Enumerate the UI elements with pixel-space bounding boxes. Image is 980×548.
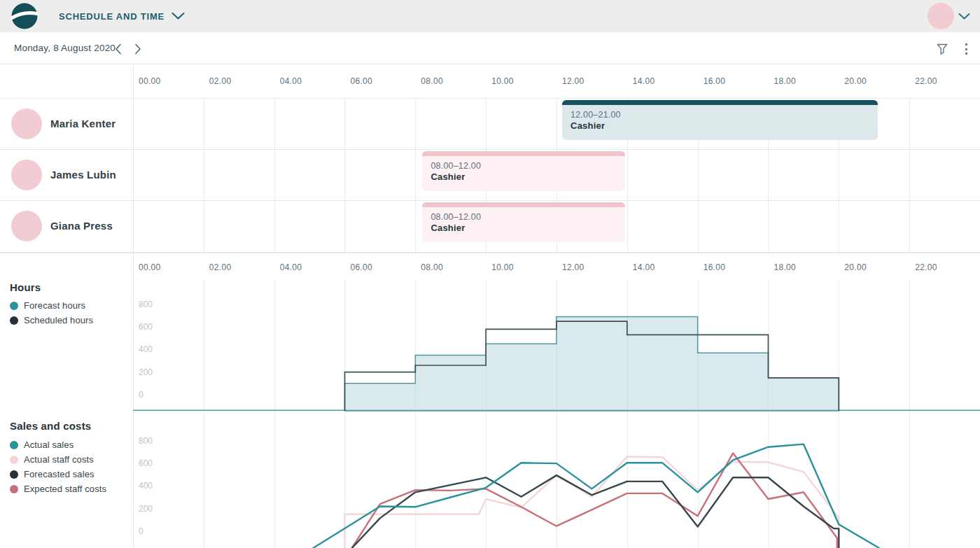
legend-item: Actual staff costs (10, 454, 94, 465)
time-tick-label: 04.00 (280, 262, 302, 272)
time-tick-label: 06.00 (351, 76, 373, 86)
shift-block[interactable]: 08.00–12.00Cashier (422, 151, 625, 191)
more-options-button[interactable] (958, 41, 974, 57)
time-tick-label: 00.00 (139, 76, 161, 86)
top-bar: SCHEDULE AND TIME (0, 0, 980, 32)
time-tick-label: 12.00 (562, 76, 584, 86)
current-date-label: Monday, 8 August 2020 (14, 43, 115, 53)
shift-color-bar (562, 100, 878, 105)
y-axis-label: 600 (139, 322, 153, 332)
time-tick-label: 02.00 (209, 76, 232, 86)
employee-row: Giana Press08.00–12.00Cashier (0, 201, 980, 253)
time-tick-label: 16.00 (704, 76, 726, 86)
y-axis-label: 400 (139, 344, 153, 354)
time-tick-label: 10.00 (491, 76, 514, 86)
y-axis-label: 400 (139, 481, 153, 491)
y-axis-label: 200 (139, 367, 153, 377)
time-tick-label: 20.00 (844, 76, 867, 86)
legend-label: Scheduled hours (24, 315, 93, 325)
legend-dot (10, 485, 18, 493)
shift-time-label: 12.00–21.00 (570, 110, 878, 120)
time-tick-label: 04.00 (280, 76, 302, 86)
charts-time-axis: 00.0002.0004.0006.0008.0010.0012.0014.00… (0, 253, 980, 280)
app-menu-label: SCHEDULE AND TIME (59, 11, 164, 22)
time-tick-label: 16.00 (704, 262, 726, 272)
chevron-down-icon (172, 10, 185, 22)
shift-color-bar (422, 151, 625, 156)
time-tick-label: 18.00 (774, 262, 797, 272)
app-window: SCHEDULE AND TIME Monday, 8 August 2020 (0, 0, 980, 548)
time-tick-label: 20.00 (844, 262, 867, 272)
legend-label: Forecasted sales (24, 469, 94, 479)
employee-avatar (11, 211, 42, 241)
employee-avatar (11, 108, 42, 139)
previous-day-button[interactable] (111, 41, 126, 57)
hours-section-title: Hours (10, 281, 41, 293)
kebab-icon (965, 43, 967, 56)
time-tick-label: 02.00 (209, 262, 232, 272)
y-axis-label: 600 (139, 458, 153, 468)
employee-name: James Lubin (50, 169, 116, 181)
shift-role-label: Cashier (570, 120, 878, 131)
shift-role-label: Cashier (430, 223, 625, 233)
legend-item: Actual sales (10, 440, 74, 450)
time-tick-label: 10.00 (491, 262, 514, 272)
next-day-button[interactable] (130, 41, 146, 57)
actual-staff-costs-line (345, 456, 839, 548)
shift-time-label: 08.00–12.00 (430, 161, 625, 171)
time-tick-label: 00.00 (139, 262, 161, 272)
user-menu[interactable] (927, 0, 970, 32)
schedule-time-axis: 00.0002.0004.0006.0008.0010.0012.0014.00… (0, 64, 980, 98)
time-tick-label: 08.00 (421, 76, 443, 86)
employee-row: Maria Kenter12.00–21.00Cashier (0, 98, 980, 150)
y-axis-label: 0 (139, 526, 144, 536)
time-tick-label: 22.00 (915, 262, 937, 272)
time-tick-label: 14.00 (633, 76, 655, 86)
employee-name: Maria Kenter (50, 118, 115, 129)
user-avatar (927, 3, 954, 29)
hours-chart: 8006004002000 (133, 280, 980, 413)
expected-staff-costs-line (352, 454, 837, 548)
legend-item: Forecasted sales (10, 469, 94, 479)
time-tick-label: 08.00 (421, 262, 443, 272)
legend-label: Actual sales (24, 440, 74, 450)
legend-dot (10, 470, 18, 479)
shift-block[interactable]: 08.00–12.00Cashier (422, 202, 625, 242)
app-menu-dropdown[interactable]: SCHEDULE AND TIME (59, 0, 185, 32)
time-tick-label: 06.00 (351, 262, 373, 272)
legend-dot (10, 316, 18, 325)
shift-time-label: 08.00–12.00 (430, 212, 625, 222)
shift-color-bar (422, 202, 625, 207)
legend-label: Actual staff costs (24, 454, 94, 465)
legend-item: Expected staff costs (10, 484, 106, 494)
legend-item: Scheduled hours (10, 315, 93, 325)
sales-section-title: Sales and costs (10, 420, 91, 432)
filter-button[interactable] (934, 41, 951, 57)
employee-row: James Lubin08.00–12.00Cashier (0, 150, 980, 202)
time-tick-label: 18.00 (774, 76, 797, 86)
legend-label: Forecast hours (24, 300, 85, 311)
time-tick-label: 14.00 (633, 262, 655, 272)
chevron-down-icon (958, 10, 970, 22)
employee-avatar (11, 160, 42, 190)
legend-dot (10, 456, 18, 464)
shift-block[interactable]: 12.00–21.00Cashier (562, 100, 878, 140)
date-toolbar: Monday, 8 August 2020 (0, 32, 980, 64)
sales-costs-chart: 8006004002000 (133, 417, 980, 548)
employee-name: Giana Press (50, 220, 113, 232)
y-axis-label: 800 (139, 300, 153, 309)
legend-item: Forecast hours (10, 300, 85, 311)
shift-role-label: Cashier (430, 171, 625, 182)
legend-dot (10, 441, 18, 449)
legend-dot (10, 302, 18, 310)
legend-label: Expected staff costs (24, 484, 106, 494)
funnel-icon (936, 43, 948, 55)
time-tick-label: 22.00 (915, 76, 937, 86)
forecast-hours-area (345, 317, 839, 411)
y-axis-label: 0 (139, 390, 144, 400)
time-tick-label: 12.00 (562, 262, 584, 272)
brand-logo-icon (11, 3, 38, 29)
y-axis-label: 800 (139, 436, 153, 446)
y-axis-label: 200 (139, 504, 153, 514)
